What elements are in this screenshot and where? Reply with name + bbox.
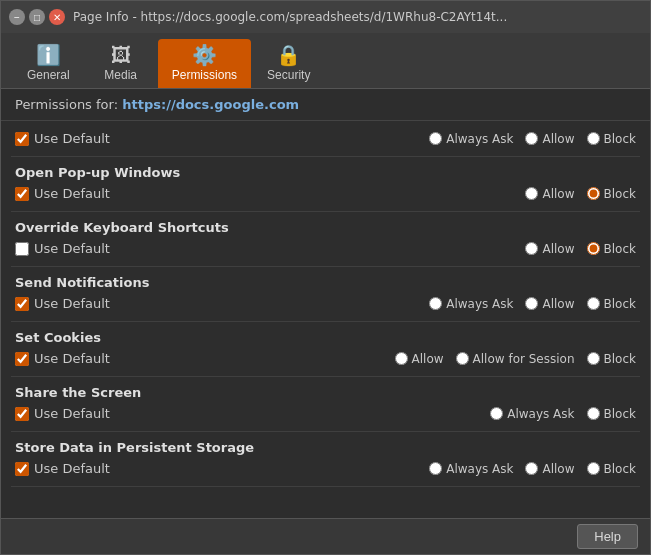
tab-permissions[interactable]: ⚙️ Permissions	[158, 39, 251, 88]
perm-left-storage: Use Default	[15, 461, 110, 476]
radio-notifications-block[interactable]: Block	[587, 297, 636, 311]
perm-group-keyboard: Override Keyboard Shortcuts Use Default …	[11, 212, 640, 267]
radio-popup-block[interactable]: Block	[587, 187, 636, 201]
perm-left-notifications: Use Default	[15, 296, 110, 311]
radio-notifications-allow[interactable]: Allow	[525, 297, 574, 311]
media-icon: 🖼	[111, 45, 131, 65]
radio-location-alwaysask[interactable]: Always Ask	[429, 132, 513, 146]
perm-left-keyboard: Use Default	[15, 241, 110, 256]
radio-screen-alwaysask[interactable]: Always Ask	[490, 407, 574, 421]
use-default-cookies[interactable]: Use Default	[15, 351, 110, 366]
perm-group-storage: Store Data in Persistent Storage Use Def…	[11, 432, 640, 487]
use-default-popup-checkbox[interactable]	[15, 187, 29, 201]
perm-group-notifications: Send Notifications Use Default Always As…	[11, 267, 640, 322]
perm-left-location: Use Default	[15, 131, 110, 146]
perm-row-keyboard: Use Default Allow Block	[15, 239, 636, 258]
use-default-keyboard[interactable]: Use Default	[15, 241, 110, 256]
tabbar: ℹ️ General 🖼 Media ⚙️ Permissions 🔒 Secu…	[1, 33, 650, 89]
radio-location-allow[interactable]: Allow	[525, 132, 574, 146]
general-icon: ℹ️	[36, 45, 61, 65]
perm-left-screen: Use Default	[15, 406, 110, 421]
use-default-notifications[interactable]: Use Default	[15, 296, 110, 311]
perm-row-cookies: Use Default Allow Allow for Session Bloc…	[15, 349, 636, 368]
perm-row-popup: Use Default Allow Block	[15, 184, 636, 203]
window-title: Page Info - https://docs.google.com/spre…	[73, 10, 634, 24]
perm-left-popup: Use Default	[15, 186, 110, 201]
radio-location-block[interactable]: Block	[587, 132, 636, 146]
radio-screen-block[interactable]: Block	[587, 407, 636, 421]
titlebar: − □ ✕ Page Info - https://docs.google.co…	[1, 1, 650, 33]
perm-title-cookies: Set Cookies	[15, 330, 636, 345]
perm-title-screen: Share the Screen	[15, 385, 636, 400]
perm-group-screen: Share the Screen Use Default Always Ask …	[11, 377, 640, 432]
perm-right-location: Always Ask Allow Block	[429, 132, 636, 146]
perm-left-cookies: Use Default	[15, 351, 110, 366]
use-default-keyboard-checkbox[interactable]	[15, 242, 29, 256]
perm-right-cookies: Allow Allow for Session Block	[395, 352, 636, 366]
use-default-notifications-checkbox[interactable]	[15, 297, 29, 311]
permissions-for-label: Permissions for:	[15, 97, 118, 112]
perm-row-storage: Use Default Always Ask Allow Block	[15, 459, 636, 478]
permissions-url[interactable]: https://docs.google.com	[122, 97, 299, 112]
close-button[interactable]: ✕	[49, 9, 65, 25]
use-default-storage-checkbox[interactable]	[15, 462, 29, 476]
tab-security-label: Security	[267, 68, 310, 82]
radio-keyboard-allow[interactable]: Allow	[525, 242, 574, 256]
help-button[interactable]: Help	[577, 524, 638, 549]
minimize-button[interactable]: −	[9, 9, 25, 25]
radio-storage-allow[interactable]: Allow	[525, 462, 574, 476]
perm-right-notifications: Always Ask Allow Block	[429, 297, 636, 311]
perm-title-notifications: Send Notifications	[15, 275, 636, 290]
radio-cookies-block[interactable]: Block	[587, 352, 636, 366]
perm-right-popup: Allow Block	[525, 187, 636, 201]
use-default-popup[interactable]: Use Default	[15, 186, 110, 201]
radio-storage-alwaysask[interactable]: Always Ask	[429, 462, 513, 476]
tab-media-label: Media	[104, 68, 137, 82]
permissions-content: Use Default Always Ask Allow Block	[1, 121, 650, 518]
radio-notifications-alwaysask[interactable]: Always Ask	[429, 297, 513, 311]
window: − □ ✕ Page Info - https://docs.google.co…	[0, 0, 651, 555]
radio-keyboard-block[interactable]: Block	[587, 242, 636, 256]
perm-group-location: Use Default Always Ask Allow Block	[11, 121, 640, 157]
use-default-label-keyboard: Use Default	[34, 241, 110, 256]
use-default-label-storage: Use Default	[34, 461, 110, 476]
radio-cookies-allowsession[interactable]: Allow for Session	[456, 352, 575, 366]
permissions-icon: ⚙️	[192, 45, 217, 65]
use-default-location-checkbox[interactable]	[15, 132, 29, 146]
perm-group-popup: Open Pop-up Windows Use Default Allow Bl…	[11, 157, 640, 212]
use-default-cookies-checkbox[interactable]	[15, 352, 29, 366]
maximize-button[interactable]: □	[29, 9, 45, 25]
perm-row-screen: Use Default Always Ask Block	[15, 404, 636, 423]
tab-general-label: General	[27, 68, 70, 82]
tab-media[interactable]: 🖼 Media	[86, 39, 156, 88]
tab-permissions-label: Permissions	[172, 68, 237, 82]
permissions-header: Permissions for: https://docs.google.com	[1, 89, 650, 121]
perm-right-screen: Always Ask Block	[490, 407, 636, 421]
radio-storage-block[interactable]: Block	[587, 462, 636, 476]
tab-security[interactable]: 🔒 Security	[253, 39, 324, 88]
radio-cookies-allow[interactable]: Allow	[395, 352, 444, 366]
tab-general[interactable]: ℹ️ General	[13, 39, 84, 88]
perm-right-storage: Always Ask Allow Block	[429, 462, 636, 476]
use-default-label-location: Use Default	[34, 131, 110, 146]
perm-row-location: Use Default Always Ask Allow Block	[15, 129, 636, 148]
use-default-screen[interactable]: Use Default	[15, 406, 110, 421]
perm-title-popup: Open Pop-up Windows	[15, 165, 636, 180]
use-default-storage[interactable]: Use Default	[15, 461, 110, 476]
perm-title-keyboard: Override Keyboard Shortcuts	[15, 220, 636, 235]
use-default-location[interactable]: Use Default	[15, 131, 110, 146]
use-default-label-notifications: Use Default	[34, 296, 110, 311]
security-icon: 🔒	[276, 45, 301, 65]
use-default-screen-checkbox[interactable]	[15, 407, 29, 421]
use-default-label-cookies: Use Default	[34, 351, 110, 366]
perm-title-storage: Store Data in Persistent Storage	[15, 440, 636, 455]
perm-right-keyboard: Allow Block	[525, 242, 636, 256]
footer: Help	[1, 518, 650, 554]
use-default-label-popup: Use Default	[34, 186, 110, 201]
titlebar-buttons: − □ ✕	[9, 9, 65, 25]
radio-popup-allow[interactable]: Allow	[525, 187, 574, 201]
use-default-label-screen: Use Default	[34, 406, 110, 421]
perm-row-notifications: Use Default Always Ask Allow Block	[15, 294, 636, 313]
perm-group-cookies: Set Cookies Use Default Allow Allow for …	[11, 322, 640, 377]
